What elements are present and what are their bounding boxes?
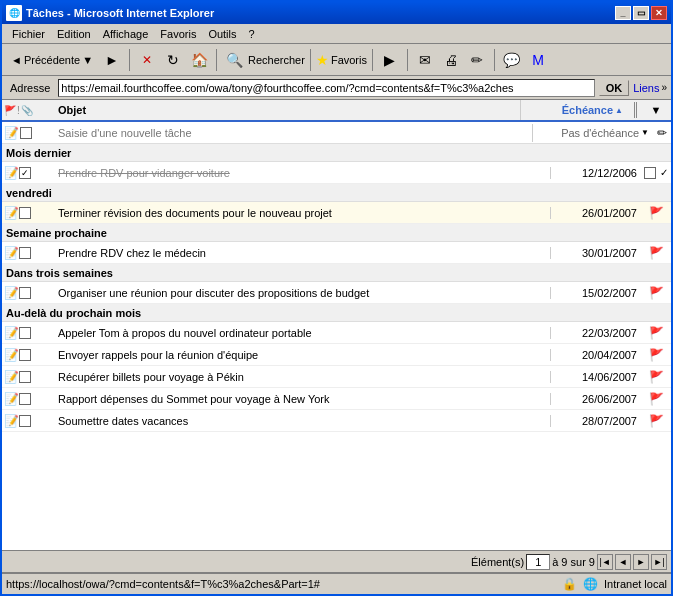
red-flag-icon[interactable]: 🚩 [649,392,664,406]
red-flag-icon[interactable]: 🚩 [649,370,664,384]
task-checkbox[interactable] [19,247,31,259]
task-text: Organiser une réunion pour discuter des … [54,287,551,299]
minimize-button[interactable]: _ [615,6,631,20]
red-flag-icon[interactable]: 🚩 [649,206,664,220]
task-checkbox[interactable] [19,371,31,383]
flag-chevron-icon: ✓ [660,167,668,178]
toolbar: ◄ Précédente ▼ ► ✕ ↻ 🏠 🔍 Rechercher ★ Fa… [2,44,671,76]
pagination: Élément(s) à 9 sur 9 |◄ ◄ ► ►| [471,554,667,570]
col-echeance-header[interactable]: Échéance ▲ [521,100,641,120]
task-flag[interactable]: 🚩 [641,246,671,260]
back-button[interactable]: ◄ Précédente ▼ [6,51,98,69]
mail-button[interactable]: ✉ [413,48,437,72]
group-header-0: Mois dernier [2,144,671,162]
task-row[interactable]: 📝Récupérer billets pour voyage à Pékin14… [2,366,671,388]
task-checkbox[interactable]: ✓ [19,167,31,179]
echeance-label: Échéance [562,104,613,116]
address-label: Adresse [6,82,54,94]
new-task-input[interactable] [54,124,533,142]
task-text: Récupérer billets pour voyage à Pékin [54,371,551,383]
task-row[interactable]: 📝Terminer révision des documents pour le… [2,202,671,224]
new-task-edit-btn[interactable]: ✏ [657,126,667,140]
expand-links-icon[interactable]: » [661,82,667,93]
task-date: 22/03/2007 [551,327,641,339]
task-flag[interactable]: 🚩 [641,286,671,300]
status-url: https://localhost/owa/?cmd=contents&f=T%… [6,578,562,590]
red-flag-icon[interactable]: 🚩 [649,414,664,428]
next-page-button[interactable]: ► [633,554,649,570]
task-checkbox[interactable] [19,207,31,219]
prev-page-button[interactable]: ◄ [615,554,631,570]
go-button[interactable]: OK [599,80,630,96]
search-icon[interactable]: 🔍 [222,48,246,72]
search-label: Rechercher [248,54,305,66]
task-row[interactable]: 📝✓Prendre RDV pour vidanger voiture12/12… [2,162,671,184]
task-flag[interactable]: 🚩 [641,206,671,220]
discuss-button[interactable]: 💬 [500,48,524,72]
stop-button[interactable]: ✕ [135,48,159,72]
new-task-checkbox[interactable] [20,127,32,139]
task-row[interactable]: 📝Soumettre dates vacances28/07/2007🚩 [2,410,671,432]
task-checkbox[interactable] [19,393,31,405]
close-button[interactable]: ✕ [651,6,667,20]
first-page-button[interactable]: |◄ [597,554,613,570]
menu-fichier[interactable]: Fichier [6,26,51,42]
refresh-button[interactable]: ↻ [161,48,185,72]
menu-outils[interactable]: Outils [202,26,242,42]
last-page-button[interactable]: ►| [651,554,667,570]
print-button[interactable]: 🖨 [439,48,463,72]
col-resize-handle[interactable] [629,102,637,118]
maximize-button[interactable]: ▭ [633,6,649,20]
links-label[interactable]: Liens [633,82,659,94]
page-number-input[interactable] [526,554,550,570]
task-row[interactable]: 📝Prendre RDV chez le médecin30/01/2007🚩 [2,242,671,264]
flag-col-icon: 🚩 [4,105,16,116]
task-icons-1-0: 📝 [2,206,54,220]
task-icons-0-0: 📝✓ [2,166,54,180]
menu-favoris[interactable]: Favoris [154,26,202,42]
task-flag[interactable]: 🚩 [641,414,671,428]
menu-edition[interactable]: Edition [51,26,97,42]
task-flag[interactable]: 🚩 [641,348,671,362]
task-flag[interactable]: ✓ [641,167,671,179]
task-icons-4-2: 📝 [2,370,54,384]
filter-icon[interactable]: ▼ [651,104,662,116]
title-bar: 🌐 Tâches - Microsoft Internet Explorer _… [2,2,671,24]
msn-button[interactable]: M [526,48,550,72]
task-complete-check[interactable] [644,167,656,179]
sep1 [129,49,130,71]
menu-affichage[interactable]: Affichage [97,26,155,42]
col-objet-header[interactable]: Objet [54,100,521,120]
sep6 [494,49,495,71]
edit-button[interactable]: ✏ [465,48,489,72]
task-checkbox[interactable] [19,415,31,427]
favorites-label[interactable]: Favoris [331,54,367,66]
red-flag-icon[interactable]: 🚩 [649,348,664,362]
task-text: Terminer révision des documents pour le … [54,207,551,219]
task-checkbox[interactable] [19,287,31,299]
forward-button[interactable]: ► [100,48,124,72]
task-date: 26/01/2007 [551,207,641,219]
task-flag[interactable]: 🚩 [641,370,671,384]
zone-label: Intranet local [604,578,667,590]
red-flag-icon[interactable]: 🚩 [649,326,664,340]
task-checkbox[interactable] [19,327,31,339]
menu-help[interactable]: ? [243,26,261,42]
red-flag-icon[interactable]: 🚩 [649,286,664,300]
home-button[interactable]: 🏠 [187,48,211,72]
new-task-echeance-dropdown-icon[interactable]: ▼ [641,128,649,137]
task-row[interactable]: 📝Envoyer rappels pour la réunion d'équip… [2,344,671,366]
task-row[interactable]: 📝Rapport dépenses du Sommet pour voyage … [2,388,671,410]
red-flag-icon[interactable]: 🚩 [649,246,664,260]
task-row[interactable]: 📝Appeler Tom à propos du nouvel ordinate… [2,322,671,344]
objet-label: Objet [58,104,86,116]
address-input[interactable] [58,79,594,97]
task-flag[interactable]: 🚩 [641,326,671,340]
sep5 [407,49,408,71]
media-button[interactable]: ▶ [378,48,402,72]
status-col-icon: ! [17,105,20,116]
task-flag[interactable]: 🚩 [641,392,671,406]
task-row[interactable]: 📝Organiser une réunion pour discuter des… [2,282,671,304]
task-checkbox[interactable] [19,349,31,361]
back-label: Précédente [24,54,80,66]
